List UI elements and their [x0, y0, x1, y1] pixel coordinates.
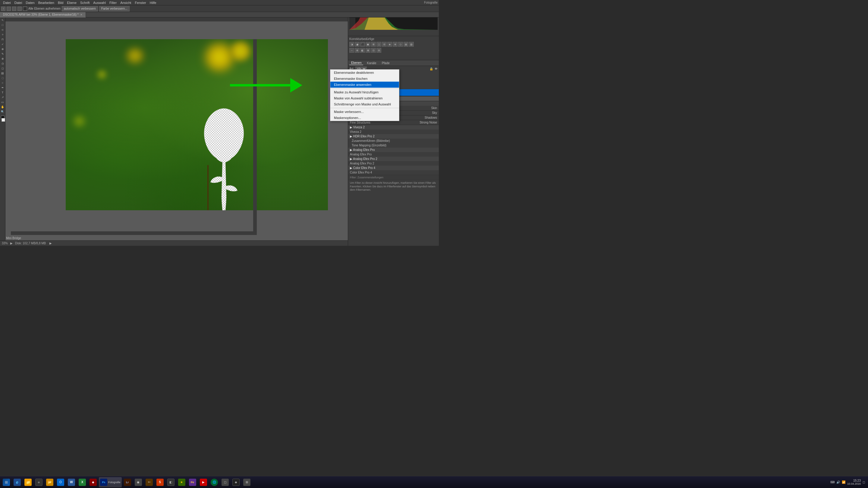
- tool-brush[interactable]: [7, 7, 11, 11]
- ctx-apply-mask[interactable]: Ebenenmaske anwenden: [330, 82, 399, 88]
- background-color[interactable]: [1, 118, 5, 122]
- layers-tab-pfade[interactable]: Pfade: [380, 61, 392, 65]
- tool-4[interactable]: [18, 7, 22, 11]
- status-bar: 33% ▶ Disk: 102,7 MB/8,8 MB ▶: [0, 240, 348, 246]
- layers-tab-ebenen[interactable]: Ebenen: [349, 61, 363, 65]
- ctx-delete-mask[interactable]: Ebenenmaske löschen: [330, 76, 399, 82]
- menu-item-bearbeiten[interactable]: Bearbeiten: [36, 1, 56, 4]
- corr-icon-6[interactable]: ◻: [376, 42, 381, 47]
- tool-blur[interactable]: ◌: [1, 76, 5, 80]
- tab-title: DSC03276.ARW bei 33% (Ebene 1, Ebenenmas…: [3, 13, 79, 16]
- sel-viveza2-header[interactable]: ▶ Viveza 2: [348, 125, 439, 130]
- menu-item-schrift[interactable]: Schrift: [79, 1, 91, 4]
- corr-icon-10[interactable]: ◇: [398, 42, 403, 47]
- zoom-level: 33%: [2, 241, 8, 245]
- menu-item-datei[interactable]: Datei: [1, 1, 13, 4]
- corr-icon-17[interactable]: ⊡: [371, 48, 376, 53]
- context-menu: Ebenenmaske deaktivieren Ebenenmaske lös…: [330, 69, 399, 121]
- layer-lock-icon[interactable]: 🔒: [430, 67, 433, 70]
- scroll-bottom[interactable]: [11, 231, 253, 235]
- menu-item-ansicht[interactable]: Ansicht: [119, 1, 133, 4]
- corr-icon-9[interactable]: ⊕: [393, 42, 398, 47]
- menu-bar: Datei Datei Daten Bearbeiten Bild Ebene …: [0, 0, 439, 5]
- corr-icon-2[interactable]: ◕: [355, 42, 360, 47]
- menu-item-datei[interactable]: Datei: [13, 1, 24, 4]
- yellow-flower-3: [126, 48, 144, 63]
- tulip-flower: [200, 105, 248, 210]
- sel-color-header[interactable]: ▶ Color Efex Pro 4: [348, 166, 439, 170]
- tool-marquee[interactable]: □: [1, 23, 5, 27]
- menu-item-hilfe[interactable]: Hilfe: [148, 1, 158, 4]
- ctx-refine-mask[interactable]: Maske verbessern...: [330, 109, 399, 115]
- layers-header: Ebenen Kanäle Pfade: [348, 60, 439, 66]
- menu-item-daten[interactable]: Daten: [24, 1, 36, 4]
- corr-icon-5[interactable]: ⊞: [371, 42, 376, 47]
- corr-icon-16[interactable]: ⊠: [366, 48, 370, 53]
- corr-icon-12[interactable]: ▧: [409, 42, 414, 47]
- corr-icon-4[interactable]: ▣: [366, 42, 370, 47]
- tool-move[interactable]: ↖: [1, 18, 5, 22]
- scroll-right[interactable]: [253, 39, 257, 235]
- tool-eraser[interactable]: ◻: [1, 66, 5, 70]
- tab-bar: DSC03276.ARW bei 33% (Ebene 1, Ebenenmas…: [0, 12, 439, 18]
- corr-icon-14[interactable]: ⊞: [355, 48, 360, 53]
- bg-gradient: [66, 39, 328, 210]
- corr-icon-11[interactable]: ▤: [404, 42, 408, 47]
- tool-heal[interactable]: ⊕: [1, 47, 5, 51]
- tool-crop[interactable]: ⊓: [1, 37, 5, 41]
- tool-3[interactable]: [12, 7, 16, 11]
- sel-hdr-item1[interactable]: Zusammenführen (Bildreibe): [348, 138, 439, 143]
- tool-text[interactable]: T: [1, 90, 5, 95]
- corr-icon-1[interactable]: ◑: [349, 42, 354, 47]
- layers-tab-kanaele[interactable]: Kanäle: [365, 61, 378, 65]
- tool-lasso[interactable]: ⊂: [1, 28, 5, 32]
- tool-select[interactable]: ↕: [1, 7, 5, 11]
- tab-close-btn[interactable]: ✕: [80, 13, 83, 16]
- zoom-arrow[interactable]: ▶: [10, 241, 13, 245]
- menu-item-bild[interactable]: Bild: [56, 1, 65, 4]
- menu-item-fenster[interactable]: Fenster: [133, 1, 148, 4]
- menu-item-filter[interactable]: Filter: [107, 1, 119, 4]
- sel-hdr-header[interactable]: ▶ HDR Efex Pro 2: [348, 134, 439, 138]
- tool-gradient[interactable]: ▤: [1, 71, 5, 75]
- corr-icon-7[interactable]: ⊟: [382, 42, 387, 47]
- sel-analog2-item: Analog Efex Pro 2: [348, 161, 439, 166]
- toolbar-auto-improve[interactable]: automatisch verbessern: [62, 6, 98, 11]
- corr-icon-18[interactable]: ⊟: [376, 48, 381, 53]
- sel-hdr-item2[interactable]: Tone Mapping (Einzelbild): [348, 143, 439, 148]
- tool-clone[interactable]: ⊗: [1, 57, 5, 61]
- tool-path-select[interactable]: ↗: [1, 95, 5, 99]
- ctx-intersect[interactable]: Schnittmenge von Maske und Auswahl: [330, 101, 399, 107]
- tool-pen[interactable]: ✒: [1, 86, 5, 90]
- stem-overlay: [207, 165, 209, 210]
- filter-label: Filter: Zusammenstellungen: [348, 175, 439, 180]
- tool-hand[interactable]: ✋: [1, 105, 5, 109]
- status-arrow[interactable]: ▶: [50, 241, 52, 245]
- menu-item-ebene[interactable]: Ebene: [65, 1, 79, 4]
- sel-analog2-header[interactable]: ▶ Analog Efex Pro 2: [348, 157, 439, 161]
- disk-info: Disk: 102,7 MB/8,8 MB: [15, 241, 46, 245]
- tool-zoom[interactable]: 🔍: [1, 110, 5, 114]
- ctx-add-to-selection[interactable]: Maske zu Auswahl hinzufügen: [330, 89, 399, 95]
- ctx-subtract-from-selection[interactable]: Maske von Auswahl subtrahieren: [330, 95, 399, 101]
- toolbar-color-improve[interactable]: Farbe verbessern...: [99, 6, 130, 11]
- tool-dodge[interactable]: ○: [1, 81, 5, 85]
- corr-icon-8[interactable]: ◈: [387, 42, 392, 47]
- tool-history[interactable]: ◷: [1, 61, 5, 66]
- tool-brush2[interactable]: ✎: [1, 52, 5, 56]
- document-tab[interactable]: DSC03276.ARW bei 33% (Ebene 1, Ebenenmas…: [0, 12, 86, 18]
- tool-eyedropper[interactable]: ✓: [1, 42, 5, 46]
- window-title: Fotografie: [424, 1, 438, 4]
- corr-icon-15[interactable]: ◧: [360, 48, 365, 53]
- sel-analog-header[interactable]: ▶ Analog Efex Pro: [348, 148, 439, 152]
- corr-icon-3[interactable]: ⬛: [360, 42, 365, 47]
- menu-item-auswahl[interactable]: Auswahl: [91, 1, 107, 4]
- tool-magic-wand[interactable]: ✧: [1, 33, 5, 37]
- corr-icon-13[interactable]: ↔: [349, 48, 354, 53]
- ctx-mask-options[interactable]: Maskenoptionen...: [330, 115, 399, 121]
- tool-color[interactable]: [23, 7, 27, 11]
- tool-shape[interactable]: ▭: [1, 100, 5, 104]
- ctx-deactivate-mask[interactable]: Ebenenmaske deaktivieren: [330, 70, 399, 76]
- layer-visibility-icon[interactable]: 👁: [435, 67, 438, 70]
- yellow-flower-2: [228, 41, 253, 62]
